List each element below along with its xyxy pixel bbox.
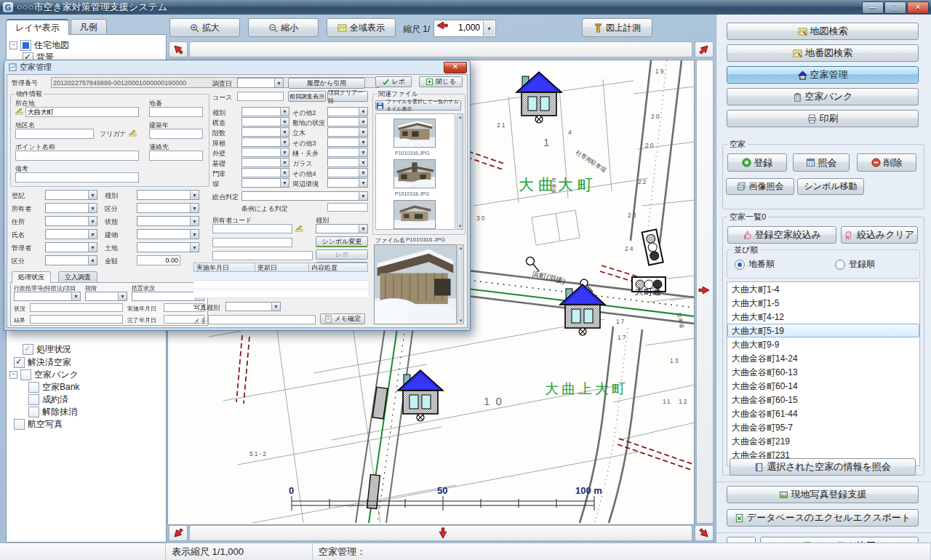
- pan-strip-right[interactable]: [696, 60, 714, 524]
- survey-combo[interactable]: [241, 178, 289, 188]
- list-item[interactable]: 大曲金谷町60-13: [727, 365, 919, 379]
- survey-date-combo[interactable]: [237, 78, 284, 88]
- register-button[interactable]: 登録: [727, 153, 787, 172]
- owner-combo[interactable]: [137, 203, 199, 213]
- symbol-change-button[interactable]: シンボル変更: [316, 236, 368, 247]
- symbol-move-button[interactable]: シンボル移動: [797, 178, 864, 195]
- collapse-icon[interactable]: −: [9, 41, 17, 49]
- pan-east-arrow[interactable]: [698, 284, 710, 296]
- tree-item-kaijo-massho[interactable]: 解除抹消: [28, 406, 77, 417]
- survey-combo[interactable]: [241, 127, 289, 137]
- comment-row[interactable]: [193, 281, 368, 289]
- vacant-house-symbol[interactable]: [398, 370, 443, 421]
- maximize-button[interactable]: ▢: [884, 1, 906, 14]
- survey-combo[interactable]: [241, 107, 289, 116]
- owner-addr-field[interactable]: [212, 238, 292, 247]
- order-touroku-radio[interactable]: 登録順: [835, 258, 875, 271]
- survey-combo[interactable]: [241, 158, 289, 167]
- tree-item-jutaku-chizu[interactable]: − 住宅地図: [9, 39, 69, 51]
- tab-site-survey[interactable]: 立入調査: [58, 271, 97, 283]
- preview-photo[interactable]: [374, 244, 457, 324]
- repo-button-disabled[interactable]: レポ: [316, 249, 368, 260]
- parcel-map-search-button[interactable]: 地番図検索: [727, 44, 919, 62]
- tree-item-shori-jokyo[interactable]: 処理状況: [23, 343, 71, 355]
- list-item[interactable]: 大曲金谷町219: [727, 434, 919, 448]
- list-item[interactable]: 大曲大町1-4: [727, 282, 919, 296]
- clear-items-button[interactable]: 項目クリア一括: [327, 91, 368, 102]
- checkbox[interactable]: [20, 369, 31, 380]
- thumbnail-photo[interactable]: [393, 159, 436, 188]
- measure-button[interactable]: 図上計測: [582, 18, 652, 37]
- print-button[interactable]: 印刷: [727, 110, 919, 127]
- pan-up-arrow[interactable]: [436, 20, 448, 31]
- prev-survey-button[interactable]: 前回調査表示: [288, 91, 326, 102]
- memo-field[interactable]: [208, 315, 316, 324]
- vacant-house-symbol[interactable]: [560, 284, 605, 335]
- stage-combo[interactable]: [85, 292, 127, 301]
- checkbox[interactable]: [14, 419, 25, 430]
- district-field[interactable]: [15, 129, 94, 139]
- select-thumbnails-button[interactable]: ファイルを選択して一覧のサムネイル表示: [375, 100, 461, 111]
- thumbnail-list[interactable]: P1010316.JPG P1010318.JPG: [375, 113, 455, 230]
- list-item[interactable]: 大曲金谷町14-24: [727, 351, 919, 365]
- result-field[interactable]: [30, 315, 123, 324]
- pan-down-arrow[interactable]: [437, 527, 449, 539]
- image-inquire-button[interactable]: 画像照会: [726, 178, 794, 195]
- survey-combo[interactable]: [327, 168, 368, 177]
- zoom-out-button[interactable]: 縮小: [248, 18, 319, 37]
- dialog-close-button[interactable]: ✕: [444, 62, 467, 73]
- owner-combo[interactable]: [137, 229, 199, 239]
- situation-field[interactable]: [30, 303, 123, 312]
- comment-row[interactable]: [193, 289, 368, 298]
- vacant-house-list[interactable]: 大曲大町1-4 大曲大町1-5 大曲大町4-12 大曲大町5-19 大曲大町9-…: [727, 281, 920, 466]
- field-photo-support-button[interactable]: 現地写真登録支援: [727, 486, 919, 503]
- filter-button[interactable]: 登録空家絞込み: [727, 226, 836, 244]
- address-field[interactable]: [25, 107, 139, 117]
- comment-row[interactable]: [193, 272, 368, 281]
- dialog-title-bar[interactable]: 空家管理: [4, 60, 470, 74]
- excel-export-button[interactable]: データベースのエクセルエクスポート: [727, 509, 919, 527]
- kind-combo[interactable]: [316, 224, 368, 233]
- list-item[interactable]: 大曲大町9-9: [727, 337, 919, 351]
- owner-combo[interactable]: [45, 229, 97, 239]
- thumbnail-photo[interactable]: [393, 119, 436, 148]
- selected-info-button[interactable]: 選択された空家の情報を照会: [730, 458, 916, 476]
- delete-button[interactable]: 削除: [857, 153, 916, 172]
- list-item[interactable]: 大曲大町1-5: [727, 296, 919, 310]
- photo-type-combo[interactable]: [225, 302, 281, 311]
- survey-combo[interactable]: [327, 117, 368, 127]
- tab-legend[interactable]: 凡例: [71, 19, 107, 35]
- survey-combo[interactable]: [241, 168, 289, 177]
- vacant-house-bank-button[interactable]: 空家バンク: [727, 88, 919, 105]
- pan-northwest-button[interactable]: [169, 41, 188, 57]
- checkbox[interactable]: [14, 357, 25, 368]
- owner-code-field[interactable]: [212, 224, 292, 233]
- filter-clear-button[interactable]: 絞込みクリア: [841, 226, 918, 244]
- list-item[interactable]: 大曲金谷町60-15: [727, 393, 919, 407]
- zoom-in-button[interactable]: 拡大: [169, 18, 240, 37]
- owner-note-field[interactable]: [212, 251, 313, 260]
- checkbox[interactable]: [23, 344, 33, 355]
- checkbox[interactable]: [28, 394, 39, 405]
- pan-strip-top[interactable]: [189, 41, 692, 57]
- memo-confirm-button[interactable]: メモ確定: [320, 313, 365, 324]
- owner-combo[interactable]: [45, 216, 97, 226]
- amount-field[interactable]: [137, 255, 180, 265]
- course-field[interactable]: [237, 92, 284, 101]
- survey-combo[interactable]: [327, 137, 368, 147]
- list-item[interactable]: 大曲大町4-12: [727, 310, 919, 324]
- owner-combo[interactable]: [45, 242, 97, 252]
- thumbnail-photo[interactable]: [393, 200, 436, 229]
- close-button[interactable]: ✕: [907, 1, 929, 14]
- preview-scrollbar[interactable]: [457, 244, 464, 324]
- survey-combo[interactable]: [241, 137, 289, 147]
- list-item[interactable]: 大曲金谷町95-7: [727, 420, 919, 434]
- survey-combo[interactable]: [241, 148, 289, 157]
- map-search-button[interactable]: 地図検索: [727, 23, 919, 40]
- owner-combo[interactable]: [137, 216, 199, 226]
- checkbox[interactable]: [28, 382, 39, 393]
- note-field[interactable]: [15, 172, 139, 183]
- point-name-field[interactable]: [15, 151, 139, 161]
- radio-icon[interactable]: [835, 260, 845, 270]
- report-button[interactable]: レポ: [375, 76, 412, 87]
